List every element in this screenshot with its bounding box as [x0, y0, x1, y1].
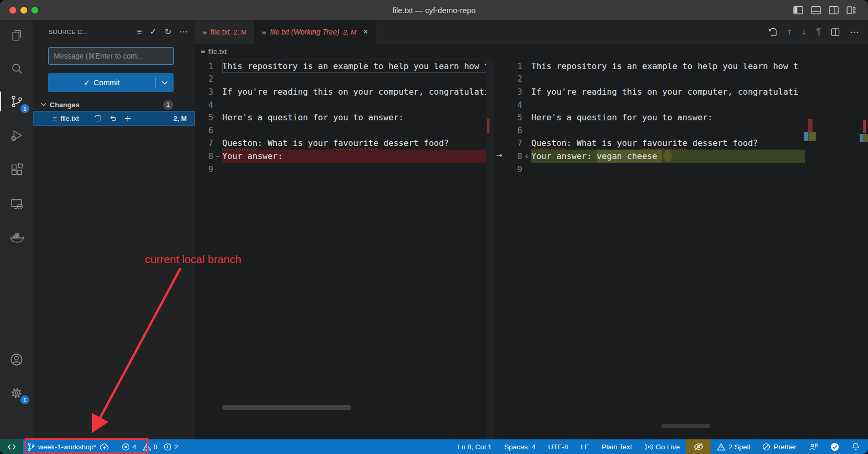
code-text: If you're reading this on your computer,…: [531, 87, 798, 97]
code-line[interactable]: 9: [195, 163, 486, 176]
code-line[interactable]: 4: [495, 98, 868, 111]
commit-button[interactable]: ✓ Commit: [48, 73, 174, 92]
prettier-item[interactable]: Prettier: [756, 439, 803, 454]
go-live-item[interactable]: Go Live: [638, 439, 687, 454]
source-control-icon[interactable]: 1: [0, 91, 33, 112]
git-branch-icon: [27, 442, 35, 451]
line-content: [222, 73, 486, 86]
accounts-icon[interactable]: [0, 349, 33, 370]
docker-icon[interactable]: [0, 228, 33, 248]
notifications-item[interactable]: [846, 439, 868, 454]
code-line[interactable]: 1This repository is an example to help y…: [495, 60, 868, 73]
previous-change-icon[interactable]: ↑: [787, 27, 792, 37]
horizontal-scrollbar[interactable]: [661, 424, 710, 428]
code-text: Queston: [531, 138, 566, 148]
refresh-icon[interactable]: ↻: [165, 28, 172, 36]
vscode-window: file.txt — cyf-demo-repo 1: [0, 0, 868, 454]
tab-file-txt-working-tree[interactable]: ≡ file.txt (Working Tree) 2, M ×: [255, 20, 376, 44]
code-line[interactable]: 7Queston: What is your favourite dessert…: [195, 137, 486, 150]
breadcrumb[interactable]: ≡ file.txt: [195, 44, 868, 59]
line-number: 7: [495, 138, 522, 148]
diff-sign: −: [213, 151, 222, 161]
settings-gear-icon[interactable]: 1: [0, 382, 33, 403]
ruler-removed-marker: [863, 120, 866, 133]
remote-indicator[interactable]: [0, 439, 23, 454]
next-change-icon[interactable]: ↓: [802, 27, 806, 37]
code-line[interactable]: 2: [495, 73, 868, 86]
cursor-position-item[interactable]: Ln 8, Col 1: [451, 439, 498, 454]
overview-removed-marker: [487, 119, 489, 133]
spell-checker-off-item[interactable]: [686, 439, 711, 454]
commit-button-label: Commit: [94, 78, 120, 87]
changes-section-header[interactable]: Changes 1: [33, 98, 195, 111]
file-icon: ≡: [201, 47, 205, 55]
customize-layout-icon[interactable]: [847, 6, 856, 15]
line-number: 3: [495, 87, 522, 97]
line-number: 7: [195, 138, 213, 148]
status-check-item[interactable]: [824, 439, 846, 454]
tab-label: file.txt: [211, 28, 230, 36]
explorer-icon[interactable]: [0, 25, 33, 46]
split-editor-icon[interactable]: [831, 28, 840, 37]
more-actions-icon[interactable]: ⋯: [850, 27, 859, 38]
broadcast-icon: [645, 443, 653, 451]
code-line[interactable]: 4: [195, 98, 486, 111]
search-icon[interactable]: [0, 58, 33, 79]
eol-item[interactable]: LF: [575, 439, 596, 454]
tab-file-txt[interactable]: ≡ file.txt 2, M: [195, 20, 255, 44]
branch-status-item[interactable]: week-1-workshop*: [23, 439, 113, 454]
run-debug-icon[interactable]: [0, 125, 33, 146]
render-whitespace-icon[interactable]: ¶: [816, 27, 821, 37]
zoom-window-button[interactable]: [31, 7, 38, 14]
line-content: [222, 124, 486, 137]
changes-count-badge: 1: [163, 100, 173, 110]
horizontal-scrollbar[interactable]: [222, 405, 351, 410]
line-content: [531, 163, 805, 176]
problems-status-item[interactable]: 4 0 2: [118, 439, 186, 454]
activity-bar: 1 1: [0, 20, 33, 439]
toggle-secondary-sidebar-icon[interactable]: [829, 6, 839, 15]
code-line[interactable]: 3If you're reading this on your computer…: [495, 85, 868, 98]
open-file-icon[interactable]: [94, 114, 102, 122]
commit-message-input[interactable]: [48, 47, 174, 65]
source-control-sidebar: SOURCE C... ≡ ✓ ↻ ⋯ ✓ Commit: [33, 20, 195, 439]
toggle-sidebar-icon[interactable]: [793, 6, 803, 15]
revert-change-arrow-icon[interactable]: →: [496, 149, 502, 160]
close-tab-icon[interactable]: ×: [363, 27, 368, 37]
minimap-added-marker: [808, 132, 816, 141]
extensions-icon[interactable]: [0, 159, 33, 180]
line-content: If you're reading this on your computer,…: [222, 85, 486, 98]
code-line[interactable]: 2: [195, 73, 486, 86]
code-line[interactable]: 8+Your answer: vegan cheese: [495, 150, 868, 163]
close-window-button[interactable]: [9, 7, 16, 14]
diff-editor[interactable]: 1This repository is an example to help y…: [195, 59, 868, 439]
more-actions-icon[interactable]: ⋯: [179, 28, 188, 36]
title-bar: file.txt — cyf-demo-repo: [0, 0, 868, 20]
spell-warnings-item[interactable]: 2 Spell: [711, 439, 756, 454]
toggle-panel-icon[interactable]: [811, 6, 821, 15]
code-line[interactable]: 5Here's a question for you to answer:: [195, 111, 486, 124]
commit-dropdown-button[interactable]: [156, 81, 174, 85]
encoding-item[interactable]: UTF-8: [542, 439, 574, 454]
language-mode-item[interactable]: Plain Text: [595, 439, 638, 454]
code-line[interactable]: 8−Your answer:: [195, 150, 486, 163]
code-text: Here's a question for you to answer:: [222, 112, 404, 122]
open-changes-icon[interactable]: [768, 27, 778, 37]
code-text: Here's a question for you to answer:: [531, 112, 713, 122]
feedback-item[interactable]: [803, 439, 824, 454]
commit-check-icon[interactable]: ✓: [150, 28, 156, 36]
discard-changes-icon[interactable]: [109, 114, 117, 122]
view-as-list-icon[interactable]: ≡: [137, 28, 142, 36]
code-line[interactable]: 6: [195, 124, 486, 137]
minimize-window-button[interactable]: [20, 7, 27, 14]
code-line[interactable]: 1This repository is an example to help y…: [195, 60, 486, 73]
diff-modified-pane[interactable]: 1This repository is an example to help y…: [495, 60, 868, 175]
diff-original-pane[interactable]: 1This repository is an example to help y…: [195, 60, 486, 175]
indentation-item[interactable]: Spaces: 4: [498, 439, 542, 454]
remote-explorer-icon[interactable]: [0, 194, 33, 214]
stage-changes-icon[interactable]: [124, 115, 132, 122]
line-number: 4: [195, 100, 213, 110]
changed-file-row[interactable]: ≡ file.txt 2, M: [33, 111, 195, 126]
code-line[interactable]: 9: [495, 163, 868, 176]
code-line[interactable]: 3If you're reading this on your computer…: [195, 85, 486, 98]
